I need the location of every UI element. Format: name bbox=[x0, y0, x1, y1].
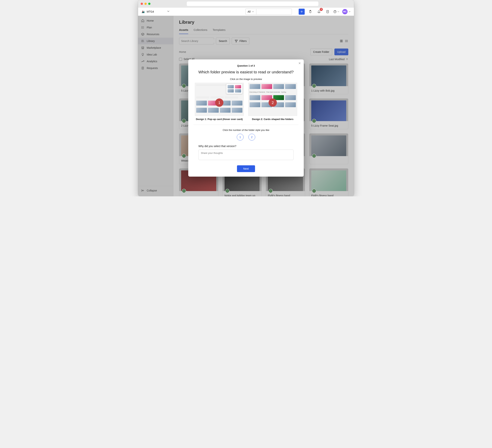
svg-rect-30 bbox=[340, 41, 341, 42]
filter-icon bbox=[235, 39, 238, 43]
filters-button[interactable]: Filters bbox=[232, 38, 249, 44]
create-button[interactable] bbox=[299, 9, 305, 15]
clipboard-icon bbox=[309, 10, 312, 13]
collapse-icon bbox=[141, 189, 144, 192]
chevron-down-icon bbox=[348, 10, 351, 13]
sidebar-item-label: Home bbox=[147, 19, 154, 22]
search-button[interactable]: Search bbox=[216, 38, 230, 44]
asset-thumbnail bbox=[309, 99, 348, 121]
window-close-dot[interactable] bbox=[141, 3, 143, 5]
sort-control[interactable]: Last Modified bbox=[329, 58, 348, 61]
grid-view-icon[interactable] bbox=[340, 39, 343, 43]
global-search-input[interactable] bbox=[258, 10, 291, 13]
modal-close-button[interactable] bbox=[297, 61, 302, 65]
notifications-button[interactable]: 6 bbox=[316, 9, 322, 15]
window-max-dot[interactable] bbox=[148, 3, 151, 5]
svg-rect-28 bbox=[340, 40, 341, 41]
workspace-switcher[interactable]: MTG4 bbox=[141, 10, 170, 14]
vote-2-button[interactable]: 2 bbox=[248, 134, 255, 141]
sidebar-item-resources[interactable]: Resources bbox=[138, 31, 173, 38]
vote-row: 1 2 bbox=[194, 134, 298, 141]
modal-vote-hint: Click the number of the folder style you… bbox=[194, 129, 298, 132]
sidebar-item-label: Analytics bbox=[147, 60, 157, 63]
tab-templates[interactable]: Templates bbox=[213, 27, 226, 34]
sidebar-item-requests[interactable]: Requests bbox=[138, 65, 173, 71]
workspace-name: MTG4 bbox=[147, 10, 165, 13]
vote-1-button[interactable]: 1 bbox=[237, 134, 244, 141]
sidebar-item-analytics[interactable]: Analytics bbox=[138, 58, 173, 65]
modal-step: Question 1 of 3 bbox=[194, 64, 298, 67]
why-label: Why did you select that version? bbox=[198, 145, 294, 148]
tab-assets[interactable]: Assets bbox=[179, 27, 188, 34]
sort-label: Last Modified bbox=[329, 58, 345, 61]
option-2-image: Exercising in PandemicFree hand excercis… bbox=[248, 83, 297, 116]
tabs: AssetsCollectionsTemplates bbox=[179, 27, 348, 34]
window-min-dot[interactable] bbox=[144, 3, 147, 5]
svg-marker-27 bbox=[235, 40, 238, 42]
asset-thumbnail bbox=[309, 133, 348, 156]
sidebar-item-home[interactable]: Home bbox=[138, 17, 173, 24]
window-titlebar bbox=[138, 0, 354, 8]
sidebar-item-label: Idea Lab bbox=[147, 53, 157, 56]
chevron-down-icon bbox=[252, 10, 254, 13]
store-icon bbox=[141, 46, 144, 50]
collapse-sidebar-button[interactable]: Collapse bbox=[138, 186, 173, 195]
chevron-down-icon bbox=[167, 10, 170, 14]
close-icon bbox=[298, 62, 301, 64]
search-scope-label: All bbox=[247, 10, 250, 13]
library-search[interactable] bbox=[179, 38, 214, 44]
tab-collections[interactable]: Collections bbox=[194, 27, 207, 34]
sidebar: HomePlanResourcesLibraryMarketplaceIdea … bbox=[138, 16, 174, 196]
library-search-input[interactable] bbox=[181, 40, 214, 42]
asset-card[interactable]: Flyfit's fitness band attaches... bbox=[309, 168, 348, 196]
global-search-field[interactable] bbox=[256, 9, 292, 15]
library-toolbar: Search Filters bbox=[179, 38, 348, 44]
svg-line-18 bbox=[143, 40, 144, 42]
svg-rect-31 bbox=[341, 41, 342, 42]
option-1[interactable]: 1 Design 1: Pop-up card (Hover over card… bbox=[195, 83, 244, 121]
doc-icon bbox=[141, 66, 144, 70]
option-2-caption: Design 2: Cards shaped like folders bbox=[248, 118, 297, 121]
option-2[interactable]: Exercising in PandemicFree hand excercis… bbox=[248, 83, 297, 121]
global-search: All bbox=[246, 9, 292, 15]
sidebar-item-marketplace[interactable]: Marketplace bbox=[138, 44, 173, 51]
asset-card[interactable]: 1 Lizzy with Bob.jpg bbox=[309, 63, 348, 94]
help-button[interactable] bbox=[333, 9, 340, 15]
clipboard-button[interactable] bbox=[307, 9, 313, 15]
sidebar-item-label: Plan bbox=[147, 26, 152, 29]
breadcrumb-row: Home Create Folder Upload bbox=[179, 49, 348, 55]
sidebar-item-idea-lab[interactable]: Idea Lab bbox=[138, 51, 173, 58]
chevron-down-icon bbox=[337, 10, 340, 13]
plus-icon bbox=[300, 10, 303, 13]
option-2-badge: 2 bbox=[268, 99, 277, 107]
tasks-button[interactable] bbox=[325, 9, 331, 15]
svg-point-12 bbox=[142, 27, 142, 27]
option-1-caption: Design 1: Pop-up card (Hover over card) bbox=[195, 118, 244, 121]
url-bar[interactable] bbox=[187, 1, 318, 6]
option-1-badge: 1 bbox=[215, 99, 224, 107]
asset-card[interactable]: 5 Lizzy Frame Seat.jpg bbox=[309, 98, 348, 129]
svg-point-14 bbox=[142, 28, 142, 29]
notification-badge: 6 bbox=[320, 8, 323, 11]
sidebar-item-plan[interactable]: Plan bbox=[138, 24, 173, 31]
next-button[interactable]: Next bbox=[237, 165, 255, 172]
list-view-icon[interactable] bbox=[345, 39, 348, 43]
user-menu[interactable]: MC bbox=[342, 9, 351, 14]
arrow-up-icon bbox=[346, 58, 348, 61]
asset-card[interactable] bbox=[309, 133, 348, 164]
upload-button[interactable]: Upload bbox=[334, 49, 348, 55]
modal-options: 1 Design 1: Pop-up card (Hover over card… bbox=[194, 83, 298, 125]
collapse-label: Collapse bbox=[147, 189, 157, 192]
page-title: Library bbox=[179, 20, 348, 25]
box-icon bbox=[141, 32, 144, 36]
modal-title: Which folder preview is easiest to read … bbox=[194, 70, 298, 74]
svg-rect-29 bbox=[341, 40, 342, 41]
sidebar-item-library[interactable]: Library bbox=[138, 38, 173, 44]
svg-point-13 bbox=[142, 27, 142, 28]
sidebar-item-label: Library bbox=[147, 40, 155, 42]
breadcrumb[interactable]: Home bbox=[179, 51, 186, 53]
create-folder-button[interactable]: Create Folder bbox=[310, 49, 332, 55]
why-textarea[interactable] bbox=[198, 150, 294, 160]
search-scope-select[interactable]: All bbox=[246, 9, 256, 15]
brand-logo-icon bbox=[141, 10, 145, 14]
